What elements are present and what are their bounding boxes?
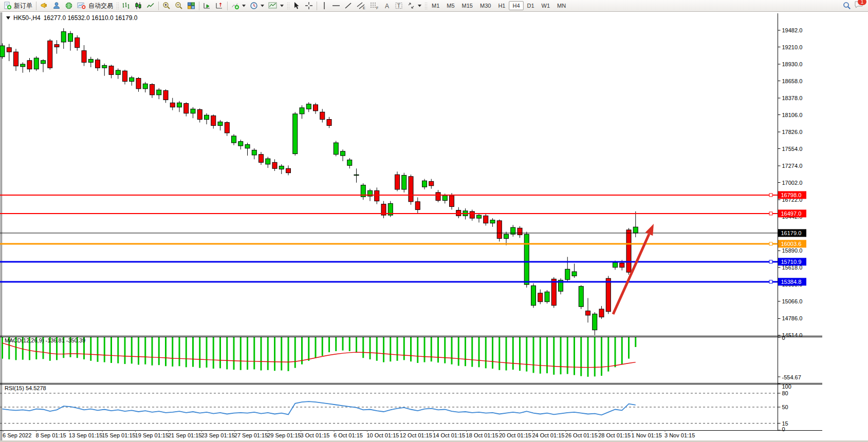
candle-up <box>61 32 66 42</box>
periods-button[interactable] <box>248 1 266 11</box>
new-order-label: 新订单 <box>14 2 32 10</box>
chart-symbol-period: HK50-,H4 <box>13 14 41 22</box>
candle-up <box>531 286 536 305</box>
price-level-tag-text: 16003.6 <box>781 241 802 247</box>
candle-up <box>306 104 311 109</box>
fibonacci-tool[interactable]: F <box>368 1 381 11</box>
channel-tool[interactable]: E <box>355 1 368 11</box>
candle-up <box>504 234 509 238</box>
chat-button[interactable]: 1 <box>854 1 863 11</box>
candle-down <box>27 61 32 69</box>
date-tick-label: 29 Sep 01:15 <box>267 432 301 438</box>
tf-d1-button[interactable]: D1 <box>524 1 538 10</box>
date-tick-label: 8 Sep 01:15 <box>35 432 66 438</box>
new-order-button[interactable]: 新订单 <box>2 1 34 11</box>
tf-mn-button[interactable]: MN <box>553 1 569 10</box>
search-icon[interactable] <box>843 2 851 10</box>
zoom-in-button[interactable] <box>160 1 173 11</box>
toolbar-separator <box>158 2 159 10</box>
rsi-line <box>3 401 636 415</box>
alerts-button[interactable] <box>38 1 50 11</box>
chevron-down-icon <box>280 5 284 7</box>
horizontal-line-icon <box>332 2 340 10</box>
date-axis[interactable]: 6 Sep 20228 Sep 01:1513 Sep 01:1515 Sep … <box>0 430 868 442</box>
candle-chart-icon <box>134 2 142 10</box>
autotrade-label: 自动交易 <box>88 2 113 10</box>
candle-up <box>191 109 195 113</box>
chart-canvas[interactable]: 19482.019210.018930.018658.018378.018106… <box>0 0 868 442</box>
candle-down <box>163 90 168 100</box>
price-level-tag-text: 16497.0 <box>781 210 802 217</box>
rsi-panel: 1008050150 <box>0 383 791 432</box>
zoom-out-button[interactable] <box>173 1 185 11</box>
tf-m15-button[interactable]: M15 <box>458 1 476 10</box>
toolbar-separator <box>227 2 228 10</box>
macd-tick-label: 0 <box>782 335 785 341</box>
templates-button[interactable] <box>266 1 286 11</box>
vertical-line-tool[interactable] <box>319 1 330 11</box>
bar-chart-button[interactable] <box>120 1 132 11</box>
candle-up <box>422 181 427 187</box>
candle-up <box>238 142 243 146</box>
hline-handle[interactable] <box>769 212 772 215</box>
chevron-down-icon <box>418 5 421 7</box>
date-tick-label: 27 Sep 01:15 <box>234 432 268 438</box>
toolbar-right: 1 <box>843 1 866 11</box>
price-axis[interactable]: 19482.019210.018930.018658.018378.018106… <box>778 27 803 338</box>
candle-up <box>293 114 298 154</box>
new-order-icon <box>4 2 12 10</box>
candle-up <box>102 65 107 68</box>
hline-handle[interactable] <box>769 194 772 197</box>
tf-w1-button[interactable]: W1 <box>538 1 554 10</box>
hline-handle[interactable] <box>769 260 772 263</box>
symbol-dropdown-caret[interactable] <box>6 16 10 20</box>
candle-down <box>470 212 474 218</box>
candle-down <box>184 104 189 113</box>
candle-down <box>48 41 52 68</box>
autotrade-icon <box>77 2 86 10</box>
trend-line-tool[interactable] <box>342 1 355 11</box>
candle-chart-button[interactable] <box>132 1 144 11</box>
candle-up <box>0 46 5 57</box>
chart-shift-button[interactable] <box>213 1 226 11</box>
crosshair-tool-button[interactable] <box>303 1 315 11</box>
hline-handle[interactable] <box>769 280 772 283</box>
toolbar-grip <box>424 2 427 10</box>
candle-up <box>545 292 549 302</box>
candle-down <box>375 190 379 201</box>
signals-button[interactable] <box>63 1 75 11</box>
trend-arrow-annotation[interactable] <box>613 224 654 314</box>
toolbar-separator <box>317 2 317 10</box>
tf-m1-button[interactable]: M1 <box>428 1 443 10</box>
auto-scroll-button[interactable] <box>201 1 213 11</box>
candle-down <box>82 51 86 63</box>
candle-down <box>259 155 264 163</box>
rsi-tick-label: 80 <box>782 390 788 396</box>
text-tool[interactable]: A <box>381 1 393 11</box>
text-label-tool[interactable]: T <box>393 1 405 11</box>
candle-up <box>205 115 209 119</box>
tf-h1-button[interactable]: H1 <box>494 1 509 10</box>
cursor-tool-button[interactable] <box>290 1 303 11</box>
tile-windows-button[interactable] <box>185 1 197 11</box>
price-tick-label: 15890.0 <box>782 247 803 254</box>
hline-handle[interactable] <box>769 242 772 245</box>
line-chart-button[interactable] <box>144 1 157 11</box>
tf-m5-button[interactable]: M5 <box>443 1 458 10</box>
autotrade-button[interactable]: 自动交易 <box>75 1 115 11</box>
horizontal-line-tool[interactable] <box>330 1 342 11</box>
candle-up <box>490 220 495 223</box>
price-tick-label: 18930.0 <box>782 61 803 67</box>
indicators-button[interactable] <box>229 1 248 11</box>
rsi-tick-label: 50 <box>782 404 788 410</box>
price-tick-label: 19210.0 <box>782 44 803 50</box>
community-button[interactable] <box>50 1 63 11</box>
arrows-tool[interactable] <box>405 1 423 11</box>
toolbar-separator <box>199 2 199 10</box>
add-indicator-icon <box>231 2 239 10</box>
candle-down <box>626 230 631 272</box>
tf-h4-button[interactable]: H4 <box>509 1 523 10</box>
tf-m30-button[interactable]: M30 <box>476 1 494 10</box>
date-tick-label: 23 Sep 01:15 <box>201 432 234 438</box>
candle-up <box>41 61 46 64</box>
